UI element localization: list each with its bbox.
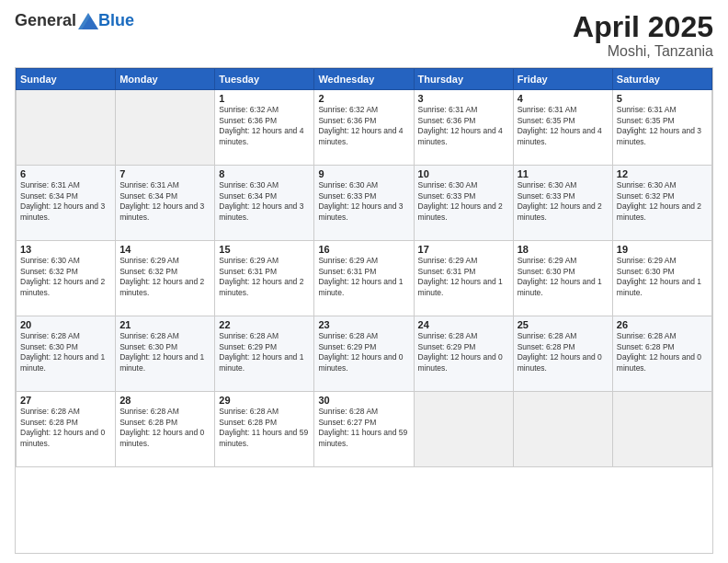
- day-info: Sunrise: 6:29 AMSunset: 6:32 PMDaylight:…: [119, 256, 210, 298]
- day-info: Sunrise: 6:28 AMSunset: 6:28 PMDaylight:…: [219, 407, 310, 449]
- day-number: 10: [418, 168, 509, 179]
- day-cell: 16Sunrise: 6:29 AMSunset: 6:31 PMDayligh…: [314, 241, 414, 316]
- day-info: Sunrise: 6:30 AMSunset: 6:32 PMDaylight:…: [20, 256, 111, 298]
- day-number: 24: [418, 319, 509, 330]
- day-number: 2: [318, 93, 409, 104]
- day-info: Sunrise: 6:29 AMSunset: 6:31 PMDaylight:…: [219, 256, 310, 298]
- day-info: Sunrise: 6:29 AMSunset: 6:31 PMDaylight:…: [318, 256, 409, 298]
- day-cell: 10Sunrise: 6:30 AMSunset: 6:33 PMDayligh…: [414, 166, 513, 241]
- day-cell: 17Sunrise: 6:29 AMSunset: 6:31 PMDayligh…: [414, 241, 513, 316]
- day-number: 30: [318, 395, 409, 406]
- day-info: Sunrise: 6:29 AMSunset: 6:30 PMDaylight:…: [518, 256, 609, 298]
- logo-icon: [78, 13, 98, 29]
- day-cell: 2Sunrise: 6:32 AMSunset: 6:36 PMDaylight…: [314, 90, 414, 166]
- day-cell: 1Sunrise: 6:32 AMSunset: 6:36 PMDaylight…: [215, 90, 314, 166]
- header-row: SundayMondayTuesdayWednesdayThursdayFrid…: [17, 69, 712, 90]
- day-info: Sunrise: 6:30 AMSunset: 6:33 PMDaylight:…: [318, 180, 409, 223]
- day-cell: 20Sunrise: 6:28 AMSunset: 6:30 PMDayligh…: [17, 316, 116, 392]
- day-number: 11: [518, 168, 609, 179]
- day-number: 23: [318, 319, 409, 330]
- day-cell: 13Sunrise: 6:30 AMSunset: 6:32 PMDayligh…: [17, 241, 116, 316]
- week-row-4: 20Sunrise: 6:28 AMSunset: 6:30 PMDayligh…: [17, 316, 712, 392]
- day-cell: 21Sunrise: 6:28 AMSunset: 6:30 PMDayligh…: [116, 316, 215, 392]
- day-number: 25: [518, 319, 609, 330]
- header-cell-tuesday: Tuesday: [215, 69, 314, 90]
- day-cell: 24Sunrise: 6:28 AMSunset: 6:29 PMDayligh…: [414, 316, 513, 392]
- day-cell: 8Sunrise: 6:30 AMSunset: 6:34 PMDaylight…: [215, 166, 314, 241]
- header-cell-wednesday: Wednesday: [314, 69, 414, 90]
- day-number: 12: [617, 168, 708, 179]
- day-number: 9: [318, 168, 409, 179]
- calendar-table: SundayMondayTuesdayWednesdayThursdayFrid…: [16, 68, 712, 467]
- day-cell: [513, 392, 612, 467]
- logo-blue-text: Blue: [98, 11, 134, 30]
- day-cell: 7Sunrise: 6:31 AMSunset: 6:34 PMDaylight…: [116, 166, 215, 241]
- header-cell-monday: Monday: [116, 69, 215, 90]
- day-info: Sunrise: 6:28 AMSunset: 6:29 PMDaylight:…: [418, 331, 509, 373]
- calendar: SundayMondayTuesdayWednesdayThursdayFrid…: [15, 67, 713, 554]
- day-cell: 18Sunrise: 6:29 AMSunset: 6:30 PMDayligh…: [513, 241, 612, 316]
- header-cell-friday: Friday: [513, 69, 612, 90]
- day-cell: 4Sunrise: 6:31 AMSunset: 6:35 PMDaylight…: [513, 90, 612, 166]
- day-cell: 6Sunrise: 6:31 AMSunset: 6:34 PMDaylight…: [17, 166, 116, 241]
- logo-general-text: General: [15, 11, 76, 30]
- day-cell: 15Sunrise: 6:29 AMSunset: 6:31 PMDayligh…: [215, 241, 314, 316]
- title-block: April 2025 Moshi, Tanzania: [573, 11, 713, 60]
- day-cell: [414, 392, 513, 467]
- day-info: Sunrise: 6:31 AMSunset: 6:34 PMDaylight:…: [20, 180, 111, 223]
- day-number: 27: [20, 395, 111, 406]
- calendar-body: 1Sunrise: 6:32 AMSunset: 6:36 PMDaylight…: [17, 90, 712, 467]
- day-info: Sunrise: 6:30 AMSunset: 6:33 PMDaylight:…: [418, 180, 509, 223]
- day-info: Sunrise: 6:32 AMSunset: 6:36 PMDaylight:…: [219, 105, 310, 147]
- day-number: 22: [219, 319, 310, 330]
- day-number: 5: [617, 93, 708, 104]
- day-number: 14: [119, 244, 210, 255]
- day-number: 1: [219, 93, 310, 104]
- day-cell: 23Sunrise: 6:28 AMSunset: 6:29 PMDayligh…: [314, 316, 414, 392]
- month-title: April 2025: [573, 11, 713, 43]
- day-number: 20: [20, 319, 111, 330]
- day-info: Sunrise: 6:31 AMSunset: 6:34 PMDaylight:…: [119, 180, 210, 223]
- day-info: Sunrise: 6:28 AMSunset: 6:30 PMDaylight:…: [119, 331, 210, 373]
- day-info: Sunrise: 6:28 AMSunset: 6:28 PMDaylight:…: [518, 331, 609, 373]
- day-number: 21: [119, 319, 210, 330]
- day-cell: 30Sunrise: 6:28 AMSunset: 6:27 PMDayligh…: [314, 392, 414, 467]
- day-number: 18: [518, 244, 609, 255]
- header-cell-sunday: Sunday: [17, 69, 116, 90]
- location: Moshi, Tanzania: [573, 43, 713, 60]
- day-cell: [116, 90, 215, 166]
- day-info: Sunrise: 6:28 AMSunset: 6:28 PMDaylight:…: [20, 407, 111, 449]
- day-number: 4: [518, 93, 609, 104]
- day-cell: 5Sunrise: 6:31 AMSunset: 6:35 PMDaylight…: [612, 90, 711, 166]
- day-info: Sunrise: 6:31 AMSunset: 6:36 PMDaylight:…: [418, 105, 509, 147]
- day-cell: 26Sunrise: 6:28 AMSunset: 6:28 PMDayligh…: [612, 316, 711, 392]
- day-cell: 27Sunrise: 6:28 AMSunset: 6:28 PMDayligh…: [17, 392, 116, 467]
- day-cell: 12Sunrise: 6:30 AMSunset: 6:32 PMDayligh…: [612, 166, 711, 241]
- header-cell-saturday: Saturday: [612, 69, 711, 90]
- day-number: 29: [219, 395, 310, 406]
- day-cell: [17, 90, 116, 166]
- day-info: Sunrise: 6:30 AMSunset: 6:33 PMDaylight:…: [518, 180, 609, 223]
- day-info: Sunrise: 6:28 AMSunset: 6:30 PMDaylight:…: [20, 331, 111, 373]
- logo: General Blue: [15, 11, 134, 30]
- day-number: 6: [20, 168, 111, 179]
- week-row-1: 1Sunrise: 6:32 AMSunset: 6:36 PMDaylight…: [17, 90, 712, 166]
- day-number: 13: [20, 244, 111, 255]
- week-row-3: 13Sunrise: 6:30 AMSunset: 6:32 PMDayligh…: [17, 241, 712, 316]
- day-info: Sunrise: 6:29 AMSunset: 6:31 PMDaylight:…: [418, 256, 509, 298]
- day-info: Sunrise: 6:28 AMSunset: 6:27 PMDaylight:…: [318, 407, 409, 449]
- day-number: 17: [418, 244, 509, 255]
- day-info: Sunrise: 6:31 AMSunset: 6:35 PMDaylight:…: [617, 105, 708, 147]
- day-info: Sunrise: 6:28 AMSunset: 6:29 PMDaylight:…: [219, 331, 310, 373]
- day-info: Sunrise: 6:29 AMSunset: 6:30 PMDaylight:…: [617, 256, 708, 298]
- day-info: Sunrise: 6:32 AMSunset: 6:36 PMDaylight:…: [318, 105, 409, 147]
- day-cell: 3Sunrise: 6:31 AMSunset: 6:36 PMDaylight…: [414, 90, 513, 166]
- day-info: Sunrise: 6:28 AMSunset: 6:29 PMDaylight:…: [318, 331, 409, 373]
- day-info: Sunrise: 6:28 AMSunset: 6:28 PMDaylight:…: [119, 407, 210, 449]
- day-cell: 14Sunrise: 6:29 AMSunset: 6:32 PMDayligh…: [116, 241, 215, 316]
- header: General Blue April 2025 Moshi, Tanzania: [15, 11, 713, 60]
- calendar-header: SundayMondayTuesdayWednesdayThursdayFrid…: [17, 69, 712, 90]
- day-number: 26: [617, 319, 708, 330]
- day-info: Sunrise: 6:31 AMSunset: 6:35 PMDaylight:…: [518, 105, 609, 147]
- day-number: 8: [219, 168, 310, 179]
